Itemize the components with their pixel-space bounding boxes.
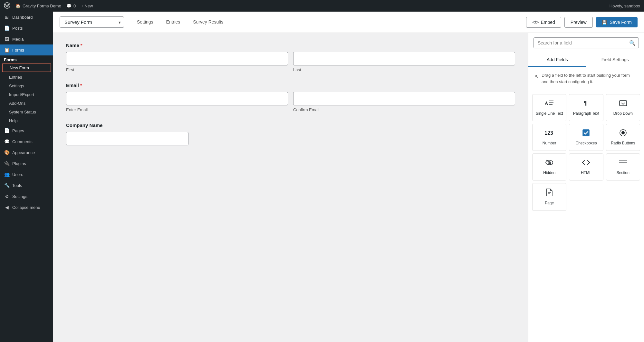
sidebar-item-media[interactable]: 🖼 Media (0, 34, 53, 44)
tab-field-settings[interactable]: Field Settings (586, 53, 644, 67)
sidebar-item-tools[interactable]: 🔧 Tools (0, 180, 53, 191)
wp-logo-icon: W (4, 2, 10, 10)
sidebar-collapse[interactable]: ◀ Collapse menu (0, 202, 53, 213)
form-selector[interactable]: Survey Form (60, 16, 124, 28)
sidebar: ⊞ Dashboard 📄 Posts 🖼 Media 📋 Forms Form… (0, 12, 53, 342)
field-type-section[interactable]: Section (606, 153, 640, 181)
media-icon: 🖼 (4, 36, 10, 42)
forms-submenu: Forms New Form Entries Settings Import/E… (0, 55, 53, 125)
svg-text:W: W (5, 4, 9, 8)
topbar-new[interactable]: + New (81, 4, 93, 8)
sidebar-item-posts[interactable]: 📄 Posts (0, 23, 53, 34)
form-selector-wrapper: Survey Form ▾ (60, 16, 124, 28)
sidebar-item-settings[interactable]: Settings (0, 82, 53, 90)
required-indicator-email: * (80, 83, 82, 88)
field-search-box: 🔍 (528, 33, 644, 53)
email-enter-input[interactable] (66, 92, 288, 105)
field-type-drop-down[interactable]: Drop Down (606, 94, 640, 121)
main-area: Survey Form ▾ Settings Entries Survey Re… (53, 12, 644, 342)
name-first-input[interactable] (66, 52, 288, 65)
appearance-icon: 🎨 (4, 150, 10, 155)
save-icon: 💾 (602, 20, 607, 25)
sidebar-item-pages[interactable]: 📄 Pages (0, 125, 53, 136)
email-enter-col: Enter Email (66, 92, 288, 112)
email-confirm-input[interactable] (293, 92, 515, 105)
nav-survey-results[interactable]: Survey Results (187, 16, 230, 28)
sidebar-item-users[interactable]: 👥 Users (0, 169, 53, 180)
sidebar-item-forms[interactable]: 📋 Forms (0, 44, 53, 55)
sidebar-item-settings2[interactable]: ⚙ Settings (0, 191, 53, 202)
sidebar-item-entries[interactable]: Entries (0, 73, 53, 82)
sidebar-item-help[interactable]: Help (0, 116, 53, 125)
field-type-hidden[interactable]: Hidden (532, 153, 566, 181)
field-group-email: Email * Enter Email Confirm Email (66, 83, 515, 112)
section-icon (619, 159, 627, 168)
home-icon: 🏠 (15, 4, 21, 8)
field-type-html[interactable]: HTML (569, 153, 603, 181)
field-type-grid: A Single Line Text ¶ (528, 90, 644, 215)
field-label-email: Email * (66, 83, 515, 88)
form-builder-area: Name * First Last (53, 33, 528, 342)
company-input[interactable] (66, 132, 188, 145)
save-form-button[interactable]: 💾 Save Form (596, 17, 638, 27)
preview-button[interactable]: Preview (564, 17, 593, 28)
sidebar-item-import-export[interactable]: Import/Export (0, 90, 53, 99)
settings-icon: ⚙ (4, 193, 10, 199)
nav-settings[interactable]: Settings (130, 16, 160, 28)
topbar-comments[interactable]: 💬 0 (66, 4, 76, 8)
posts-icon: 📄 (4, 25, 10, 31)
field-type-checkboxes[interactable]: Checkboxes (569, 124, 603, 151)
sidebar-item-new-form[interactable]: New Form (2, 64, 51, 72)
company-field-row (66, 132, 515, 145)
svg-text:¶: ¶ (584, 100, 587, 106)
comments-icon: 💬 (4, 139, 10, 144)
collapse-icon: ◀ (4, 204, 10, 210)
number-icon: 123 (544, 129, 554, 138)
sidebar-item-add-ons[interactable]: Add-Ons (0, 99, 53, 108)
nav-entries[interactable]: Entries (160, 16, 187, 28)
forms-section-label: Forms (0, 55, 53, 63)
drag-hint: ↖ Drag a field to the left to start buil… (528, 67, 644, 90)
embed-button[interactable]: </> Embed (526, 17, 561, 28)
name-last-sublabel: Last (293, 67, 515, 72)
cursor-icon: ↖ (535, 73, 539, 81)
radio-buttons-icon (620, 129, 627, 138)
paragraph-text-icon: ¶ (582, 100, 590, 109)
field-group-name: Name * First Last (66, 43, 515, 72)
sidebar-item-plugins[interactable]: 🔌 Plugins (0, 158, 53, 169)
sidebar-item-system-status[interactable]: System Status (0, 108, 53, 116)
field-type-paragraph-text[interactable]: ¶ Paragraph Text (569, 94, 603, 121)
single-line-text-icon: A (545, 100, 554, 109)
name-field-row: First Last (66, 52, 515, 72)
tools-icon: 🔧 (4, 182, 10, 188)
pages-icon: 📄 (4, 128, 10, 133)
name-last-col: Last (293, 52, 515, 72)
svg-point-11 (621, 131, 625, 134)
page-icon (546, 189, 553, 198)
field-type-radio-buttons[interactable]: Radio Buttons (606, 124, 640, 151)
panel-tabs: Add Fields Field Settings (528, 53, 644, 67)
tab-add-fields[interactable]: Add Fields (528, 53, 586, 67)
company-col (66, 132, 188, 145)
field-type-page[interactable]: Page (532, 183, 566, 211)
name-first-col: First (66, 52, 288, 72)
content-area: Name * First Last (53, 33, 644, 342)
search-input[interactable] (533, 37, 639, 48)
email-field-row: Enter Email Confirm Email (66, 92, 515, 112)
plugins-icon: 🔌 (4, 161, 10, 166)
svg-rect-7 (620, 101, 627, 106)
field-type-number[interactable]: 123 Number (532, 124, 566, 151)
field-label-name: Name * (66, 43, 515, 48)
sidebar-item-appearance[interactable]: 🎨 Appearance (0, 147, 53, 158)
header-nav: Settings Entries Survey Results (130, 16, 230, 28)
sidebar-item-comments[interactable]: 💬 Comments (0, 136, 53, 147)
sidebar-item-dashboard[interactable]: ⊞ Dashboard (0, 12, 53, 23)
embed-code-icon: </> (532, 20, 539, 25)
field-group-company: Company Name (66, 122, 515, 145)
name-last-input[interactable] (293, 52, 515, 65)
topbar-site[interactable]: 🏠 Gravity Forms Demo (15, 4, 61, 8)
field-type-single-line-text[interactable]: A Single Line Text (532, 94, 566, 121)
dashboard-icon: ⊞ (4, 14, 10, 20)
page-header: Survey Form ▾ Settings Entries Survey Re… (53, 12, 644, 33)
drop-down-icon (619, 100, 627, 109)
